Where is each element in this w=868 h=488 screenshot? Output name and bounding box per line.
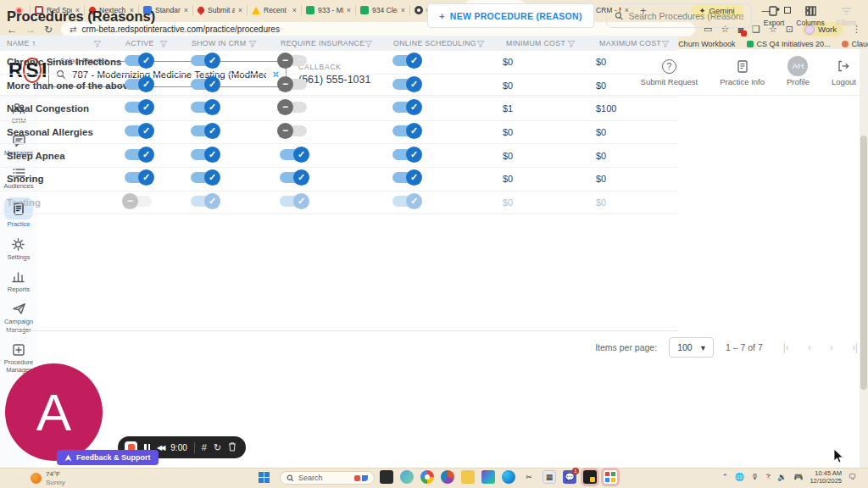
logout-button[interactable]: Logout (832, 58, 856, 86)
require-insurance-toggle[interactable] (280, 196, 307, 207)
filter-funnel-icon[interactable] (567, 40, 576, 47)
online-scheduling-toggle[interactable] (392, 172, 420, 183)
require-insurance-toggle[interactable] (280, 125, 307, 136)
online-scheduling-toggle[interactable] (392, 196, 420, 207)
snipping-tool-icon[interactable]: ✂ (522, 470, 536, 484)
scrollbar-thumb[interactable] (860, 136, 867, 390)
show-in-crm-toggle[interactable] (191, 196, 218, 207)
show-in-crm-toggle[interactable] (191, 102, 218, 113)
require-insurance-toggle[interactable] (280, 55, 307, 66)
taskbar-search[interactable]: Search (280, 471, 375, 485)
filter-funnel-icon[interactable] (93, 40, 102, 47)
online-scheduling-toggle[interactable] (392, 55, 420, 66)
close-icon[interactable]: × (292, 6, 297, 14)
trash-icon[interactable] (228, 440, 236, 455)
practice-info-button[interactable]: Practice Info (720, 58, 765, 86)
close-icon[interactable]: × (238, 6, 242, 14)
terminal-icon[interactable] (380, 470, 393, 484)
online-scheduling-toggle[interactable] (392, 79, 420, 90)
prev-page-button[interactable]: ‹ (808, 341, 811, 353)
rail-item-campaign-manager[interactable]: Campaign Manager (0, 301, 37, 334)
show-in-crm-toggle[interactable] (191, 172, 218, 183)
file-explorer-icon[interactable] (461, 470, 475, 484)
show-in-crm-toggle[interactable] (191, 125, 218, 136)
online-scheduling-toggle[interactable] (392, 102, 420, 113)
first-page-button[interactable]: |‹ (783, 341, 789, 353)
close-icon[interactable]: × (184, 6, 188, 14)
bookmark[interactable]: CS Q4 Initiatives 20... (747, 40, 831, 48)
tab-recent-drive[interactable]: Recent - Go× (248, 0, 301, 20)
rewind-icon[interactable]: ◀◀ (157, 444, 164, 452)
sort-arrow-icon[interactable]: ↑ (32, 39, 36, 47)
columns-button[interactable]: Columns (796, 5, 825, 27)
speaker-icon[interactable]: 🔉 (777, 473, 787, 481)
active-toggle[interactable] (125, 196, 152, 207)
tab-933-md[interactable]: 933 - MD Pl× (302, 0, 355, 20)
back-button[interactable]: ← (7, 24, 17, 36)
tab-934-clearsight[interactable]: 934 ClearSi× (356, 0, 409, 20)
next-page-button[interactable]: › (830, 341, 833, 353)
bar-chart-icon (11, 270, 25, 283)
webcam-avatar-bubble[interactable]: A (5, 363, 103, 461)
controller-icon[interactable]: 🎮 (793, 473, 803, 481)
weather-app-icon[interactable] (400, 470, 414, 484)
rail-item-settings[interactable]: Settings (7, 236, 30, 261)
microphone-icon[interactable]: 🎙 (751, 473, 759, 481)
photos-icon[interactable] (481, 470, 495, 484)
search-input[interactable] (628, 11, 743, 21)
active-toggle[interactable] (125, 79, 152, 90)
show-in-crm-toggle[interactable] (191, 79, 218, 90)
rail-item-reports[interactable]: Reports (8, 269, 30, 293)
close-icon[interactable]: × (401, 6, 405, 14)
search-icon (287, 474, 294, 482)
copilot-icon[interactable] (441, 470, 454, 484)
calculator-icon[interactable]: ▦ (542, 470, 556, 484)
restart-icon[interactable]: ↻ (214, 442, 221, 453)
require-insurance-toggle[interactable] (280, 102, 307, 113)
items-per-page-select[interactable]: 100▾ (669, 337, 714, 358)
profile-button[interactable]: AHProfile (787, 58, 810, 86)
last-page-button[interactable]: ›| (852, 341, 858, 353)
network-globe-icon[interactable]: 🌐 (735, 473, 744, 481)
require-insurance-toggle[interactable] (280, 79, 307, 90)
hidden-icons-chevron[interactable]: ⌃ (721, 473, 728, 481)
active-toggle[interactable] (125, 102, 152, 113)
active-toggle[interactable] (125, 125, 152, 136)
online-scheduling-toggle[interactable] (392, 149, 420, 160)
reload-button[interactable]: ↻ (44, 24, 53, 36)
close-icon[interactable]: × (347, 6, 351, 14)
tab-submit-request[interactable]: Submit a Re× (193, 0, 247, 20)
new-procedure-button[interactable]: +NEW PROCEDURE (REASON) (427, 3, 593, 28)
require-insurance-toggle[interactable] (280, 149, 307, 160)
filter-funnel-icon[interactable] (159, 40, 168, 47)
start-button[interactable] (259, 472, 270, 484)
search-procedures-box[interactable] (606, 3, 752, 28)
forward-button[interactable]: → (25, 24, 36, 36)
blur-grid-icon[interactable]: # (202, 442, 207, 452)
chrome-icon[interactable] (420, 470, 434, 484)
bookmark[interactable]: Claude (842, 40, 868, 48)
active-toggle[interactable] (125, 172, 152, 183)
filter-funnel-icon[interactable] (661, 40, 670, 47)
active-toggle[interactable] (125, 149, 152, 160)
site-settings-icon[interactable]: ⇄ (70, 25, 76, 34)
show-in-crm-toggle[interactable] (191, 149, 218, 160)
export-button[interactable]: Export (764, 5, 785, 27)
feedback-support-button[interactable]: Feedback & Support (57, 450, 159, 465)
wifi-icon[interactable]: 𝄤 (765, 473, 771, 482)
filters-button[interactable]: Filters (837, 5, 856, 27)
show-in-crm-toggle[interactable] (191, 55, 218, 66)
filter-funnel-icon[interactable] (364, 40, 373, 47)
teams-icon[interactable]: 💬1 (563, 470, 576, 484)
active-toggle[interactable] (125, 55, 152, 66)
filter-funnel-icon[interactable] (248, 40, 257, 47)
microsoft-365-icon[interactable] (604, 470, 617, 484)
online-scheduling-toggle[interactable] (392, 125, 420, 136)
active-app-icon[interactable] (583, 470, 597, 484)
filter-funnel-icon[interactable] (476, 40, 485, 47)
edge-icon[interactable] (502, 470, 515, 484)
taskbar-clock[interactable]: 10:45 AM12/10/2025 (810, 469, 842, 485)
require-insurance-toggle[interactable] (280, 172, 307, 183)
taskbar-weather[interactable]: 74°FSunny (31, 470, 65, 486)
notifications-icon[interactable]: 🗨 (849, 473, 856, 481)
